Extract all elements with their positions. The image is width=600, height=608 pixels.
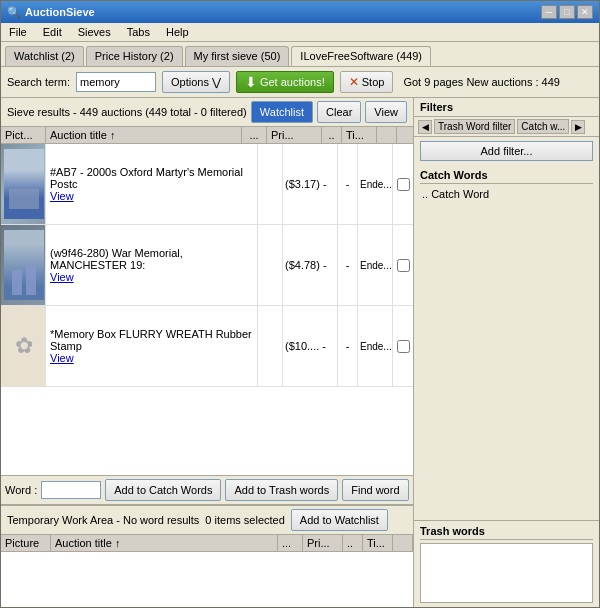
work-col-pic: Picture: [1, 535, 51, 551]
work-area: Temporary Work Area - No word results 0 …: [1, 505, 413, 607]
trash-words-section: Trash words: [414, 520, 599, 607]
tab-watchlist[interactable]: Watchlist (2): [5, 46, 84, 66]
download-icon: ⬇: [245, 74, 257, 90]
menu-tabs[interactable]: Tabs: [123, 25, 154, 39]
filter-tab-trash[interactable]: Trash Word filter: [434, 119, 515, 134]
work-col-price: Pri...: [303, 535, 343, 551]
main-window: 🔍 AuctionSieve ─ □ ✕ File Edit Sieves Ta…: [0, 0, 600, 608]
work-col-time: Ti...: [363, 535, 393, 551]
menu-bar: File Edit Sieves Tabs Help: [1, 23, 599, 42]
auction-dots2-2: -: [338, 225, 358, 305]
auction-pic-1: [1, 144, 46, 224]
get-auctions-button[interactable]: ⬇ Get auctions!: [236, 71, 334, 93]
auction-info-3: *Memory Box FLURRY WREATH Rubber Stamp V…: [46, 306, 258, 386]
auction-checkbox-1[interactable]: [393, 144, 413, 224]
auction-time-1: Ende...: [358, 144, 393, 224]
auction-list: #AB7 - 2000s Oxford Martyr's Memorial Po…: [1, 144, 413, 475]
work-col-dots1: ...: [278, 535, 303, 551]
work-col-chk: [393, 535, 413, 551]
stop-button[interactable]: ✕ Stop: [340, 71, 394, 93]
col-header-dots1: ...: [242, 127, 267, 143]
app-icon: 🔍: [7, 6, 21, 19]
title-bar-text: 🔍 AuctionSieve: [7, 6, 95, 19]
col-header-chk: [377, 127, 397, 143]
tab-ilovefree[interactable]: ILoveFreeSoftware (449): [291, 46, 431, 66]
auction-price-1: ($3.17) -: [283, 144, 338, 224]
selected-count: 0 items selected: [205, 514, 284, 526]
menu-file[interactable]: File: [5, 25, 31, 39]
catch-word-item[interactable]: .. Catch Word: [420, 187, 593, 201]
search-label: Search term:: [7, 76, 70, 88]
auction-checkbox-2[interactable]: [393, 225, 413, 305]
right-panel: Filters ◀ Trash Word filter Catch w... ▶…: [414, 98, 599, 607]
add-to-watchlist-button[interactable]: Add to Watchlist: [291, 509, 388, 531]
auction-price-3: ($10.... -: [283, 306, 338, 386]
toolbar: Search term: Options ⋁ ⬇ Get auctions! ✕…: [1, 67, 599, 98]
content-area: Sieve results - 449 auctions (449 total …: [1, 98, 599, 607]
table-header: Pict... Auction title ↑ ... Pri... .. Ti…: [1, 127, 413, 144]
row-checkbox-2[interactable]: [397, 259, 410, 272]
auction-dots1-3: [258, 306, 283, 386]
add-trash-button[interactable]: Add to Trash words: [225, 479, 338, 501]
trash-words-area: [420, 543, 593, 603]
add-filter-button[interactable]: Add filter...: [420, 141, 593, 161]
word-label: Word :: [5, 484, 37, 496]
work-table-header: Picture Auction title ↑ ... Pri... .. Ti…: [1, 535, 413, 552]
view-button[interactable]: View: [365, 101, 407, 123]
watchlist-button[interactable]: Watchlist: [251, 101, 313, 123]
tab-price-history[interactable]: Price History (2): [86, 46, 183, 66]
work-title: Temporary Work Area - No word results: [7, 514, 199, 526]
clear-button[interactable]: Clear: [317, 101, 361, 123]
auction-dots2-3: -: [338, 306, 358, 386]
filter-tab-catch[interactable]: Catch w...: [517, 119, 569, 134]
search-input[interactable]: [76, 72, 156, 92]
options-button[interactable]: Options ⋁: [162, 71, 230, 93]
filters-label: Filters: [414, 98, 599, 117]
filter-tabs: ◀ Trash Word filter Catch w... ▶: [414, 117, 599, 137]
auction-info-2: (w9f46-280) War Memorial, MANCHESTER 19:…: [46, 225, 258, 305]
auction-view-link-1[interactable]: View: [50, 190, 253, 202]
auction-time-3: Ende...: [358, 306, 393, 386]
col-header-dots2: ..: [322, 127, 342, 143]
col-header-title[interactable]: Auction title ↑: [46, 127, 242, 143]
menu-sieves[interactable]: Sieves: [74, 25, 115, 39]
status-text: Got 9 pages New auctions : 449: [403, 76, 560, 88]
row-checkbox-3[interactable]: [397, 340, 410, 353]
minimize-button[interactable]: ─: [541, 5, 557, 19]
auction-dots1-1: [258, 144, 283, 224]
work-list: [1, 552, 413, 607]
close-button[interactable]: ✕: [577, 5, 593, 19]
trash-words-title: Trash words: [420, 525, 593, 540]
filter-nav-left[interactable]: ◀: [418, 120, 432, 134]
catch-words-title: Catch Words: [420, 169, 593, 184]
maximize-button[interactable]: □: [559, 5, 575, 19]
tab-first-sieve[interactable]: My first sieve (50): [185, 46, 290, 66]
auction-title-1: #AB7 - 2000s Oxford Martyr's Memorial Po…: [50, 166, 253, 190]
window-title: AuctionSieve: [25, 6, 95, 18]
auction-dots2-1: -: [338, 144, 358, 224]
stop-icon: ✕: [349, 75, 359, 89]
auction-dots1-2: [258, 225, 283, 305]
scrollbar-spacer: [397, 127, 413, 143]
auction-title-3: *Memory Box FLURRY WREATH Rubber Stamp: [50, 328, 253, 352]
table-row: ✿ *Memory Box FLURRY WREATH Rubber Stamp…: [1, 306, 413, 387]
auction-pic-3: ✿: [1, 306, 46, 386]
auction-view-link-2[interactable]: View: [50, 271, 253, 283]
work-header: Temporary Work Area - No word results 0 …: [1, 506, 413, 535]
menu-help[interactable]: Help: [162, 25, 193, 39]
results-text: Sieve results - 449 auctions (449 total …: [7, 106, 247, 118]
auction-view-link-3[interactable]: View: [50, 352, 253, 364]
filter-nav-right[interactable]: ▶: [571, 120, 585, 134]
results-bar: Sieve results - 449 auctions (449 total …: [1, 98, 413, 127]
word-input[interactable]: [41, 481, 101, 499]
col-header-pic: Pict...: [1, 127, 46, 143]
table-row: #AB7 - 2000s Oxford Martyr's Memorial Po…: [1, 144, 413, 225]
auction-price-2: ($4.78) -: [283, 225, 338, 305]
find-word-button[interactable]: Find word: [342, 479, 408, 501]
menu-edit[interactable]: Edit: [39, 25, 66, 39]
auction-checkbox-3[interactable]: [393, 306, 413, 386]
row-checkbox-1[interactable]: [397, 178, 410, 191]
main-panel: Sieve results - 449 auctions (449 total …: [1, 98, 414, 607]
work-col-title[interactable]: Auction title ↑: [51, 535, 278, 551]
add-catch-button[interactable]: Add to Catch Words: [105, 479, 221, 501]
